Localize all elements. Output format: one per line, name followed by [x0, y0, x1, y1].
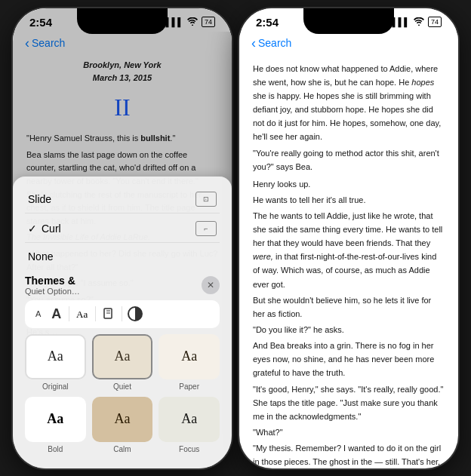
theme-name-calm: Calm	[113, 445, 131, 453]
theme-item-paper[interactable]: Aa Paper	[159, 334, 220, 391]
theme-aa-paper: Aa	[181, 349, 197, 364]
theme-name-quiet: Quiet	[113, 382, 131, 391]
checkmark-icon: ✓	[28, 223, 37, 235]
right-para-2: "You're really going to method actor thi…	[253, 146, 445, 174]
wifi-icon-right	[414, 17, 424, 27]
slide-label: Slide	[28, 193, 51, 205]
book-content-right: He does not know what happened to Addie,…	[239, 53, 458, 468]
font-book-icon[interactable]	[100, 306, 117, 322]
toolbar-divider-1	[69, 306, 69, 321]
none-label: None	[28, 250, 53, 263]
themes-header: Themes & Quiet Option… ✕	[25, 275, 220, 296]
theme-card-bold[interactable]: Aa	[25, 397, 86, 442]
curl-icon-box: ⌐	[195, 221, 217, 236]
font-size-decrease[interactable]: A	[32, 308, 44, 320]
theme-name-focus: Focus	[179, 445, 199, 453]
nav-bar-right[interactable]: ‹ Search	[239, 32, 458, 53]
theme-item-original[interactable]: Aa Original	[25, 334, 86, 391]
theme-item-quiet[interactable]: Aa Quiet	[92, 334, 153, 391]
time-right: 2:54	[256, 16, 279, 29]
phones-container: 2:54 ▌▌▌ 74 ‹ Search Brooklyn, New YorkM…	[13, 8, 458, 468]
theme-name-bold: Bold	[48, 445, 63, 453]
battery-icon-right: 74	[428, 17, 442, 27]
theme-aa-quiet: Aa	[114, 349, 130, 364]
right-para-1: He does not know what happened to Addie,…	[253, 62, 445, 144]
signal-icon-right: ▌▌▌	[392, 17, 410, 26]
right-para-8: And Bea breaks into a grin. There is no …	[253, 339, 445, 379]
back-label-right: Search	[258, 37, 291, 49]
toolbar-divider-3	[122, 306, 122, 321]
theme-item-focus[interactable]: Aa Focus	[159, 397, 220, 453]
left-phone: 2:54 ▌▌▌ 74 ‹ Search Brooklyn, New YorkM…	[13, 8, 232, 468]
right-para-6: But she wouldn't believe him, so he lets…	[253, 293, 445, 321]
theme-name-paper: Paper	[179, 382, 199, 391]
themes-title-block: Themes & Quiet Option…	[25, 275, 80, 296]
font-toolbar: A A Aa	[25, 300, 220, 328]
status-icons-right: ▌▌▌ 74	[392, 17, 442, 27]
theme-item-bold[interactable]: Aa Bold	[25, 397, 86, 453]
theme-name-original: Original	[42, 382, 68, 391]
brightness-icon[interactable]	[127, 306, 143, 322]
slide-box-icon: ⊡	[195, 192, 217, 207]
themes-subtitle: Quiet Option…	[25, 287, 80, 296]
curl-box-icon: ⌐	[195, 221, 217, 236]
right-para-4: He wants to tell her it's all true.	[253, 193, 445, 207]
notch-right	[303, 8, 394, 34]
theme-card-calm[interactable]: Aa	[92, 397, 153, 442]
slide-option-slide[interactable]: Slide ⊡	[25, 186, 220, 213]
theme-card-quiet[interactable]: Aa	[92, 334, 153, 379]
theme-grid: Aa Original Aa Quiet Aa Paper	[25, 334, 220, 453]
theme-aa-focus: Aa	[181, 411, 197, 427]
right-phone: 2:54 ▌▌▌ 74 ‹ Search He does not know wh…	[239, 8, 458, 468]
theme-card-paper[interactable]: Aa	[159, 334, 220, 379]
toolbar-divider-2	[95, 306, 96, 321]
right-para-5: The he wants to tell Addie, just like he…	[253, 209, 445, 291]
right-para-10: "What?"	[253, 425, 445, 439]
right-para-9: "It's good, Henry," she says. "It's real…	[253, 382, 445, 423]
overlay-panel: Slide ⊡ ✓ Curl ⌐ None	[13, 177, 232, 468]
theme-aa-bold: Aa	[47, 411, 63, 427]
themes-title: Themes &	[25, 275, 80, 287]
close-button[interactable]: ✕	[202, 276, 220, 294]
curl-label: Curl	[42, 223, 61, 235]
theme-card-original[interactable]: Aa	[25, 334, 86, 379]
right-para-7: "Do you like it?" he asks.	[253, 323, 445, 336]
slide-icon-box: ⊡	[195, 192, 217, 207]
back-button-right[interactable]: ‹ Search	[251, 36, 291, 50]
slide-option-none[interactable]: None	[25, 244, 220, 269]
slide-options: Slide ⊡ ✓ Curl ⌐ None	[25, 186, 220, 269]
right-para-11: "My thesis. Remember? I wanted to do it …	[253, 441, 445, 468]
theme-item-calm[interactable]: Aa Calm	[92, 397, 153, 453]
back-arrow-icon-right: ‹	[251, 36, 256, 50]
theme-card-focus[interactable]: Aa	[159, 397, 220, 442]
svg-text:Aa: Aa	[76, 309, 88, 320]
theme-aa-original: Aa	[48, 349, 63, 364]
font-size-increase[interactable]: A	[48, 305, 64, 324]
right-para-3: Henry looks up.	[253, 177, 445, 191]
slide-option-curl[interactable]: ✓ Curl ⌐	[25, 215, 220, 243]
theme-aa-calm: Aa	[114, 411, 130, 427]
font-style-icon[interactable]: Aa	[74, 306, 91, 322]
